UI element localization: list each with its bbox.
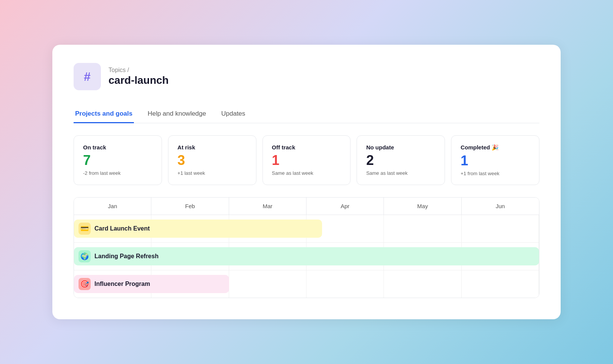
gantt-body: 💳 Card Launch Event 🌍 Landing Page	[74, 215, 539, 298]
stat-label-at-risk: At risk	[178, 144, 247, 151]
gantt-row-influencer[interactable]: 🎯 Influencer Program	[74, 270, 539, 298]
gantt-cell	[462, 215, 539, 242]
breadcrumb: Topics /	[108, 67, 169, 74]
tab-updates[interactable]: Updates	[220, 105, 247, 123]
stat-number-off-track: 1	[272, 153, 341, 168]
stat-number-completed: 1	[461, 153, 530, 168]
gantt-month-may: May	[384, 198, 461, 215]
gantt-bar-influencer: 🎯 Influencer Program	[74, 275, 229, 293]
stat-card-no-update: No update 2 Same as last week	[357, 135, 445, 185]
page-title: card-launch	[108, 74, 169, 86]
card-launch-label: Card Launch Event	[94, 225, 150, 232]
gantt-cell	[229, 270, 306, 298]
stat-sub-completed: +1 from last week	[461, 171, 530, 176]
stat-label-on-track: On track	[83, 144, 152, 151]
stat-sub-off-track: Same as last week	[272, 170, 341, 176]
stat-card-at-risk: At risk 3 +1 last week	[168, 135, 256, 185]
gantt-cell	[384, 215, 461, 242]
gantt-cell	[306, 270, 384, 298]
gantt-row-inner-landing-page: 🌍 Landing Page Refresh	[74, 243, 539, 270]
stat-sub-on-track: -2 from last week	[83, 170, 152, 176]
gantt-month-feb: Feb	[151, 198, 229, 215]
gantt-row-card-launch[interactable]: 💳 Card Launch Event	[74, 215, 539, 243]
gantt-header: Jan Feb Mar Apr May Jun	[74, 198, 539, 215]
influencer-label: Influencer Program	[94, 281, 150, 287]
gantt-bar-landing-page: 🌍 Landing Page Refresh	[74, 247, 539, 265]
landing-page-label: Landing Page Refresh	[94, 253, 159, 260]
topic-icon: #	[74, 63, 101, 90]
stat-label-no-update: No update	[366, 144, 435, 151]
header-text: Topics / card-launch	[108, 67, 169, 86]
gantt-month-jan: Jan	[74, 198, 151, 215]
stat-number-no-update: 2	[366, 153, 435, 168]
gantt-cell	[384, 270, 461, 298]
tab-bar: Projects and goals Help and knowledge Up…	[74, 105, 539, 123]
stat-sub-no-update: Same as last week	[366, 170, 435, 176]
stat-number-at-risk: 3	[178, 153, 247, 168]
page-header: # Topics / card-launch	[74, 63, 539, 90]
stat-card-completed: Completed 🎉 1 +1 from last week	[451, 135, 539, 185]
tab-projects[interactable]: Projects and goals	[74, 105, 134, 123]
stat-sub-at-risk: +1 last week	[178, 170, 247, 176]
stats-row: On track 7 -2 from last week At risk 3 +…	[74, 135, 539, 185]
gantt-chart: Jan Feb Mar Apr May Jun 💳 Card La	[74, 197, 539, 298]
gantt-row-inner-card-launch: 💳 Card Launch Event	[74, 215, 539, 242]
stat-label-off-track: Off track	[272, 144, 341, 151]
gantt-cell	[462, 270, 539, 298]
landing-page-icon: 🌍	[79, 250, 91, 262]
influencer-icon: 🎯	[79, 278, 91, 290]
gantt-row-landing-page[interactable]: 🌍 Landing Page Refresh	[74, 243, 539, 270]
card-launch-icon: 💳	[79, 223, 91, 235]
stat-card-off-track: Off track 1 Same as last week	[262, 135, 351, 185]
gantt-month-mar: Mar	[229, 198, 306, 215]
gantt-month-apr: Apr	[306, 198, 384, 215]
main-card: # Topics / card-launch Projects and goal…	[52, 45, 561, 319]
gantt-bar-card-launch: 💳 Card Launch Event	[74, 220, 322, 238]
stat-number-on-track: 7	[83, 153, 152, 168]
gantt-row-inner-influencer: 🎯 Influencer Program	[74, 270, 539, 298]
tab-help[interactable]: Help and knowledge	[146, 105, 207, 123]
gantt-month-jun: Jun	[462, 198, 539, 215]
stat-label-completed: Completed 🎉	[461, 144, 530, 151]
stat-card-on-track: On track 7 -2 from last week	[74, 135, 162, 185]
hash-symbol: #	[84, 70, 91, 84]
